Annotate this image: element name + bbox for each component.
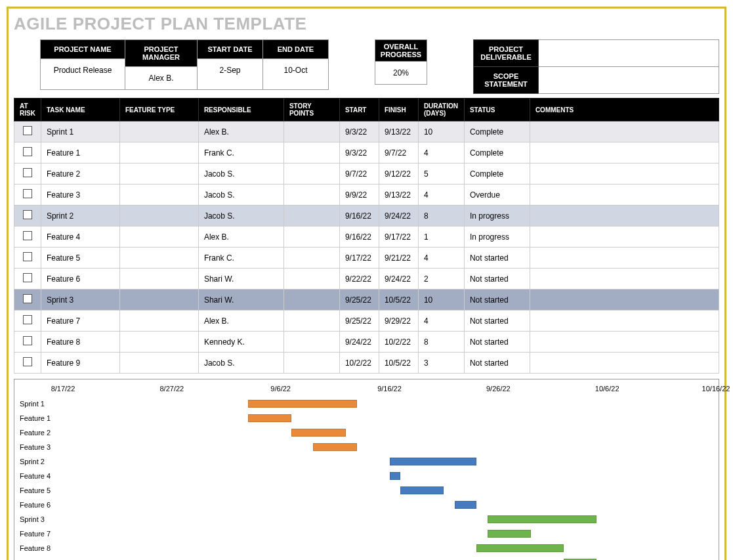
cell-start[interactable]: 9/24/22 — [339, 332, 379, 353]
checkbox[interactable] — [23, 189, 32, 198]
info-value-manager[interactable]: Alex B. — [125, 67, 197, 89]
cell-points[interactable] — [283, 290, 339, 311]
cell-finish[interactable]: 10/2/22 — [379, 332, 418, 353]
cell-start[interactable]: 9/16/22 — [339, 226, 379, 248]
cell-task[interactable]: Sprint 2 — [41, 205, 119, 226]
cell-duration[interactable]: 10 — [418, 121, 464, 142]
cell-status[interactable]: Not started — [464, 311, 530, 332]
cell-responsible[interactable]: Jacob S. — [198, 184, 283, 205]
cell-feature[interactable] — [119, 290, 198, 311]
cell-task[interactable]: Feature 3 — [41, 184, 119, 205]
cell-feature[interactable] — [119, 248, 198, 269]
checkbox[interactable] — [23, 357, 32, 366]
cell-finish[interactable]: 9/29/22 — [379, 311, 418, 332]
checkbox[interactable] — [23, 336, 32, 345]
cell-comments[interactable] — [530, 353, 719, 374]
cell-duration[interactable]: 8 — [418, 205, 464, 226]
cell-status[interactable]: Complete — [464, 142, 530, 163]
cell-duration[interactable]: 1 — [418, 226, 464, 248]
cell-feature[interactable] — [119, 184, 198, 205]
info-value-progress[interactable]: 20% — [375, 62, 427, 84]
cell-start[interactable]: 9/22/22 — [339, 269, 379, 290]
cell-status[interactable]: Complete — [464, 121, 530, 142]
info-value-project-name[interactable]: Product Release — [41, 59, 125, 81]
cell-comments[interactable] — [530, 290, 719, 311]
cell-points[interactable] — [283, 311, 339, 332]
cell-start[interactable]: 9/7/22 — [339, 163, 379, 184]
cell-comments[interactable] — [530, 142, 719, 163]
cell-responsible[interactable]: Alex B. — [198, 121, 283, 142]
cell-responsible[interactable]: Shari W. — [198, 269, 283, 290]
cell-duration[interactable]: 4 — [418, 184, 464, 205]
checkbox[interactable] — [23, 210, 32, 219]
cell-task[interactable]: Feature 2 — [41, 163, 119, 184]
checkbox[interactable] — [23, 231, 32, 240]
cell-feature[interactable] — [119, 332, 198, 353]
cell-finish[interactable]: 9/13/22 — [379, 121, 418, 142]
cell-start[interactable]: 9/25/22 — [339, 290, 379, 311]
checkbox[interactable] — [23, 168, 32, 177]
cell-status[interactable]: Not started — [464, 269, 530, 290]
cell-finish[interactable]: 10/5/22 — [379, 290, 418, 311]
cell-points[interactable] — [283, 353, 339, 374]
cell-finish[interactable]: 9/12/22 — [379, 163, 418, 184]
cell-points[interactable] — [283, 332, 339, 353]
cell-status[interactable]: Overdue — [464, 184, 530, 205]
cell-task[interactable]: Feature 9 — [41, 353, 119, 374]
cell-responsible[interactable]: Jacob S. — [198, 163, 283, 184]
cell-points[interactable] — [283, 205, 339, 226]
cell-responsible[interactable]: Frank C. — [198, 142, 283, 163]
cell-status[interactable]: In progress — [464, 226, 530, 248]
cell-feature[interactable] — [119, 121, 198, 142]
cell-finish[interactable]: 9/21/22 — [379, 248, 418, 269]
cell-comments[interactable] — [530, 163, 719, 184]
cell-points[interactable] — [283, 226, 339, 248]
cell-task[interactable]: Feature 6 — [41, 269, 119, 290]
cell-comments[interactable] — [530, 205, 719, 226]
cell-comments[interactable] — [530, 184, 719, 205]
cell-status[interactable]: Not started — [464, 248, 530, 269]
cell-feature[interactable] — [119, 311, 198, 332]
cell-status[interactable]: Not started — [464, 353, 530, 374]
cell-feature[interactable] — [119, 205, 198, 226]
info-value-start[interactable]: 2-Sep — [198, 59, 262, 81]
cell-start[interactable]: 9/3/22 — [339, 121, 379, 142]
checkbox[interactable] — [23, 294, 32, 303]
checkbox[interactable] — [23, 315, 32, 324]
cell-responsible[interactable]: Jacob S. — [198, 353, 283, 374]
cell-task[interactable]: Sprint 1 — [41, 121, 119, 142]
cell-duration[interactable]: 8 — [418, 332, 464, 353]
cell-points[interactable] — [283, 184, 339, 205]
cell-responsible[interactable]: Jacob S. — [198, 205, 283, 226]
cell-feature[interactable] — [119, 353, 198, 374]
cell-start[interactable]: 9/16/22 — [339, 205, 379, 226]
cell-points[interactable] — [283, 142, 339, 163]
cell-start[interactable]: 9/3/22 — [339, 142, 379, 163]
cell-task[interactable]: Feature 1 — [41, 142, 119, 163]
cell-finish[interactable]: 9/13/22 — [379, 184, 418, 205]
cell-task[interactable]: Feature 7 — [41, 311, 119, 332]
cell-status[interactable]: Not started — [464, 290, 530, 311]
cell-task[interactable]: Feature 5 — [41, 248, 119, 269]
cell-start[interactable]: 9/17/22 — [339, 248, 379, 269]
cell-comments[interactable] — [530, 311, 719, 332]
cell-task[interactable]: Feature 8 — [41, 332, 119, 353]
checkbox[interactable] — [23, 273, 32, 282]
cell-feature[interactable] — [119, 142, 198, 163]
cell-duration[interactable]: 5 — [418, 163, 464, 184]
cell-duration[interactable]: 4 — [418, 311, 464, 332]
info-value-end[interactable]: 10-Oct — [263, 59, 328, 81]
cell-responsible[interactable]: Alex B. — [198, 226, 283, 248]
cell-task[interactable]: Feature 4 — [41, 226, 119, 248]
cell-finish[interactable]: 10/5/22 — [379, 353, 418, 374]
cell-points[interactable] — [283, 269, 339, 290]
info-value-deliverable[interactable] — [539, 39, 719, 67]
cell-responsible[interactable]: Frank C. — [198, 248, 283, 269]
cell-comments[interactable] — [530, 269, 719, 290]
cell-responsible[interactable]: Kennedy K. — [198, 332, 283, 353]
cell-start[interactable]: 9/9/22 — [339, 184, 379, 205]
cell-finish[interactable]: 9/24/22 — [379, 205, 418, 226]
cell-start[interactable]: 9/25/22 — [339, 311, 379, 332]
cell-feature[interactable] — [119, 163, 198, 184]
cell-comments[interactable] — [530, 248, 719, 269]
